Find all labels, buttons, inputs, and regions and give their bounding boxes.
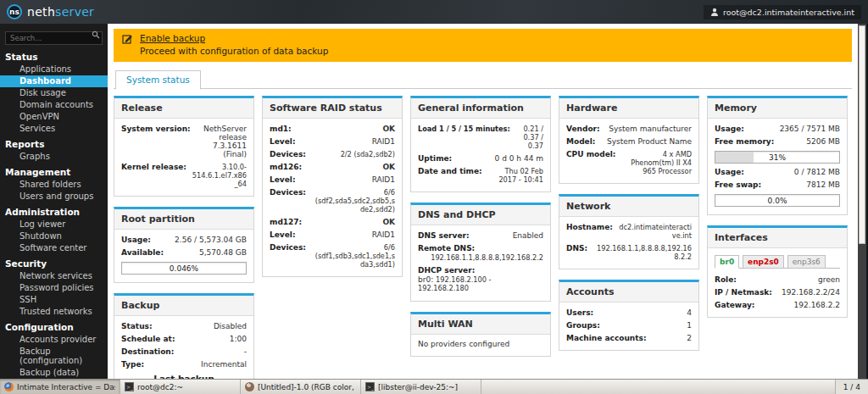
sidebar-item-ssh[interactable]: SSH <box>0 294 108 306</box>
column-1: Release System version: NethServer relea… <box>114 96 254 379</box>
row-value: 2.56 / 5,573.04 GB <box>175 236 247 244</box>
row-label: Status: <box>121 322 153 330</box>
row-value: NethServer release 7.3.1611 (Final) <box>196 125 247 158</box>
bar-label: 0.046% <box>122 263 246 275</box>
search-input[interactable] <box>5 31 103 45</box>
row-value: 6/6 (sdf2,sda5,sdc2,sdb5,sde2,sdd2) <box>311 188 395 214</box>
row-label: Level: <box>270 230 296 239</box>
row-label: Gateway: <box>715 301 754 309</box>
taskbar-window-terminal-root[interactable]: >_ root@dc2:~ <box>120 380 241 394</box>
sidebar-section-status: Status <box>0 47 108 64</box>
taskbar-window-terminal-libster[interactable]: >_ [libster@ii-dev-25:~] <box>361 380 481 394</box>
row-label: DNS server: <box>418 231 470 240</box>
bar-label: 0.0% <box>715 195 839 208</box>
row-memory-usage: Usage: 2365 / 7571 MB <box>715 122 840 135</box>
sidebar-item-shutdown[interactable]: Shutdown <box>0 230 108 242</box>
row-md126-devices: Devices: 6/6 (sdf2,sda5,sdc2,sdb5,sde2,s… <box>270 186 395 215</box>
interface-tab-br0[interactable]: br0 <box>715 255 739 269</box>
sidebar-item-dashboard[interactable]: Dashboard <box>0 75 108 87</box>
sidebar-item-openvpn[interactable]: OpenVPN <box>0 111 108 123</box>
enable-backup-link[interactable]: Enable backup <box>140 33 328 44</box>
row-label: Level: <box>270 175 296 184</box>
memory-usage-bar: 31% <box>715 151 840 164</box>
row-label: Load 1 / 5 / 15 minutes: <box>418 125 510 133</box>
row-uptime: Uptime: 0 d 0 h 44 m <box>418 152 543 164</box>
sidebar-section-management: Management <box>0 163 108 179</box>
sidebar-item-applications[interactable]: Applications <box>0 64 108 75</box>
row-usage: Usage: 2.56 / 5,573.04 GB <box>121 233 247 246</box>
sidebar-item-domain-accounts[interactable]: Domain accounts <box>0 99 108 111</box>
row-hostname: Hostname: dc2.intimateinteractive.int <box>566 220 692 241</box>
terminal-icon: >_ <box>365 382 375 391</box>
person-icon <box>710 8 719 16</box>
row-label: Groups: <box>566 321 600 330</box>
sidebar-item-disk-usage[interactable]: Disk usage <box>0 87 108 99</box>
panel-memory: Memory Usage: 2365 / 7571 MB Free memory… <box>707 96 848 215</box>
row-date-and-time: Date and time: Thu 02 Feb 2017 - 10:41 <box>418 164 543 186</box>
panel-general-information: General information Load 1 / 5 / 15 minu… <box>410 96 551 192</box>
panel-title: Software RAID status <box>263 98 402 119</box>
sidebar-item-backup-configuration[interactable]: Backup (configuration) <box>0 346 108 367</box>
panel-release: Release System version: NethServer relea… <box>114 96 254 197</box>
row-md126: md126: OK <box>270 160 395 173</box>
row-gateway: Gateway: 192.168.2.2 <box>715 298 840 311</box>
row-label: Hostname: <box>566 223 613 231</box>
logged-in-user-menu[interactable]: root@dc2.intimateinteractive.int <box>704 5 861 19</box>
sidebar: Status Applications Dashboard Disk usage… <box>0 24 108 379</box>
sidebar-item-backup-data[interactable]: Backup (data) <box>0 367 108 379</box>
row-label: Role: <box>715 275 737 284</box>
panel-software-raid-status: Software RAID status md1: OK Level: RAID… <box>262 96 403 277</box>
row-label: Free swap: <box>715 180 761 189</box>
page-scrollbar[interactable] <box>858 24 866 379</box>
row-value: 192.168.2.2/24 <box>782 288 840 297</box>
sidebar-item-accounts-provider[interactable]: Accounts provider <box>0 334 108 346</box>
row-value: Enabled <box>513 231 543 240</box>
interface-tab-enp2s0[interactable]: enp2s0 <box>743 255 784 269</box>
panel-title: Hardware <box>559 98 698 119</box>
panel-title: Accounts <box>559 282 698 302</box>
sidebar-item-network-services[interactable]: Network services <box>0 270 108 282</box>
magnifier-icon[interactable] <box>92 31 100 39</box>
sidebar-item-graphs[interactable]: Graphs <box>0 151 108 163</box>
taskbar-window-browser[interactable]: Intimate Interactive = Dashboard ... <box>0 380 120 394</box>
interface-tab-enp3s6[interactable]: enp3s6 <box>787 255 826 269</box>
row-label: Usage: <box>715 125 744 133</box>
dhcp-server-value: br0: 192.168.2.100 - 192.168.2.180 <box>418 275 543 295</box>
row-value: 192.168.2.2 <box>794 301 840 309</box>
raid-status-ok: OK <box>382 125 395 133</box>
row-md1-level: Level: RAID1 <box>270 135 395 147</box>
panel-hardware: Hardware Vendor: System manufacturer Mod… <box>559 96 699 184</box>
row-type: Type: Incremental <box>121 358 247 370</box>
panel-title: Multi WAN <box>411 314 550 335</box>
sidebar-item-trusted-networks[interactable]: Trusted networks <box>0 306 108 318</box>
row-cpu-model: CPU model: 4 x AMD Phenom(tm) II X4 965 … <box>566 147 692 177</box>
row-dns: DNS: 192.168.1.1,8.8.8.8,192.168.2.2 <box>566 241 692 263</box>
sidebar-item-shared-folders[interactable]: Shared folders <box>0 179 108 191</box>
row-label: Devices: <box>270 150 306 158</box>
sidebar-item-users-and-groups[interactable]: Users and groups <box>0 191 108 203</box>
row-value: 2/2 (sda2,sdb2) <box>341 150 395 158</box>
scrollbar-thumb[interactable] <box>859 25 865 244</box>
row-label: Type: <box>121 360 144 369</box>
edit-icon <box>122 33 133 44</box>
sidebar-item-software-center[interactable]: Software center <box>0 242 108 254</box>
workspace-pager[interactable]: 1 / 4 <box>835 380 868 394</box>
sidebar-item-log-viewer[interactable]: Log viewer <box>0 219 108 230</box>
raid-array-name: md1: <box>270 125 292 133</box>
row-role: Role: green <box>715 273 840 286</box>
row-md1-devices: Devices: 2/2 (sda2,sdb2) <box>270 147 395 160</box>
sidebar-item-password-policies[interactable]: Password policies <box>0 282 108 294</box>
taskbar-window-gimp[interactable]: [Untitled]-1.0 (RGB color, 1 layer... <box>241 380 361 394</box>
row-label: Free memory: <box>715 137 774 146</box>
row-value: dc2.intimateinteractive.int <box>618 223 692 240</box>
row-md127: md127: OK <box>270 215 395 228</box>
column-2: Software RAID status md1: OK Level: RAID… <box>262 96 403 277</box>
interface-tabs: br0 enp2s0 enp3s6 <box>715 252 840 269</box>
tab-system-status[interactable]: System status <box>115 70 201 90</box>
nethserver-logo[interactable]: ns nethserver <box>7 4 94 19</box>
panel-title: Interfaces <box>708 228 847 248</box>
sidebar-item-services[interactable]: Services <box>0 123 108 135</box>
logo-text-primary: neth <box>27 5 55 19</box>
row-value: Thu 02 Feb 2017 - 10:41 <box>487 167 543 184</box>
sidebar-section-administration: Administration <box>0 203 108 219</box>
